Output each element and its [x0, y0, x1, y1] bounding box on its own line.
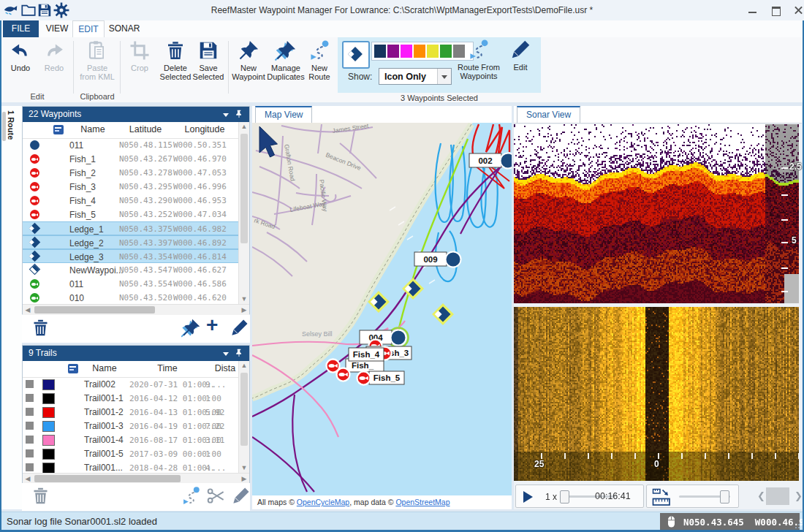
- pin-icon[interactable]: [235, 348, 243, 358]
- chevron-down-icon[interactable]: [223, 352, 229, 356]
- minimize-button[interactable]: [742, 4, 764, 16]
- waypoints-panel-header[interactable]: 22 Waypoints: [23, 107, 249, 122]
- trails-panel-header[interactable]: 9 Trails: [23, 346, 249, 361]
- trail-row[interactable]: Trail001-12016-04-12 01:00:001: [23, 391, 239, 405]
- color-swatch[interactable]: [374, 45, 386, 58]
- waypoint-row[interactable]: 011N050.43.554W000.46.586: [23, 277, 239, 291]
- map-canvas[interactable]: James Street Beacon Drive Grafton Road P…: [252, 123, 512, 495]
- waypoint-row-selected[interactable]: Ledge_2N050.43.397W000.46.892: [23, 235, 239, 249]
- waypoint-row[interactable]: NewWaypoi...N050.43.547W000.46.627: [23, 263, 239, 277]
- chevron-down-icon[interactable]: [223, 113, 229, 117]
- delete-waypoint-icon[interactable]: [31, 318, 50, 338]
- scrollbar-thumb[interactable]: [34, 475, 181, 482]
- trail-row[interactable]: Trail001-22016-04-13 01:00:005.92: [23, 405, 239, 419]
- trail-color-swatch[interactable]: [42, 421, 55, 432]
- delete-trail-icon[interactable]: [31, 486, 50, 506]
- pin-icon[interactable]: [235, 109, 243, 119]
- trail-row[interactable]: Trail001-42016-08-17 01:00:003.11: [23, 433, 239, 446]
- trail-visibility-box[interactable]: [26, 422, 34, 430]
- color-swatch[interactable]: [414, 45, 425, 58]
- trail-visibility-box[interactable]: [26, 394, 34, 402]
- trail-color-swatch[interactable]: [42, 393, 55, 404]
- column-header-distance[interactable]: Dista: [211, 363, 239, 373]
- waypoint-row[interactable]: Fish_1N050.43.267W000.46.970: [23, 152, 239, 166]
- opencyclemap-link[interactable]: OpenCycleMap: [297, 498, 349, 506]
- tab-file[interactable]: FILE: [3, 20, 39, 37]
- route-side-tab[interactable]: 1 Route: [0, 106, 22, 509]
- trail-color-swatch[interactable]: [42, 407, 55, 418]
- pin-waypoint-icon[interactable]: [181, 318, 201, 338]
- show-mode-dropdown[interactable]: Icon Only: [379, 68, 452, 85]
- color-swatch[interactable]: [427, 45, 439, 58]
- color-swatch[interactable]: [401, 45, 412, 58]
- scrollbar-thumb[interactable]: [240, 134, 248, 243]
- edit-waypoint-pencil-icon[interactable]: [230, 318, 249, 338]
- undo-button[interactable]: Undo: [6, 39, 35, 72]
- dropdown-arrow-button[interactable]: [437, 69, 451, 84]
- tab-sonar[interactable]: SONAR: [105, 20, 144, 37]
- tab-map-view[interactable]: Map View: [255, 106, 312, 123]
- trails-vertical-scrollbar[interactable]: ▲▼: [238, 361, 249, 473]
- color-swatch[interactable]: [440, 45, 452, 58]
- sonar-2d-canvas[interactable]: [514, 124, 799, 303]
- waypoint-row[interactable]: Fish_2N050.43.278W000.47.053: [23, 166, 239, 180]
- sonar-sidescan-canvas[interactable]: [514, 307, 799, 481]
- waypoint-row[interactable]: 010N050.43.520W000.46.620: [23, 291, 239, 305]
- trail-color-swatch[interactable]: [42, 435, 55, 446]
- openstreetmap-link[interactable]: OpenStreetMap: [395, 498, 450, 506]
- tab-edit[interactable]: EDIT: [72, 20, 105, 37]
- map-waypoint-002[interactable]: 002: [469, 153, 512, 169]
- scroll-right-arrow[interactable]: ❯: [794, 490, 803, 501]
- column-header-time[interactable]: Time: [132, 363, 202, 373]
- map-waypoint-004[interactable]: 004: [360, 328, 409, 348]
- maximize-button[interactable]: [765, 4, 787, 16]
- range-slider[interactable]: [679, 495, 730, 498]
- slider-thumb[interactable]: [560, 490, 569, 503]
- trail-row[interactable]: Trail001-32016-04-19 01:00:007.22: [23, 419, 239, 433]
- trail-visibility-box[interactable]: [26, 380, 34, 388]
- trail-visibility-box[interactable]: [26, 436, 34, 444]
- save-selected-button[interactable]: Save Selected: [190, 39, 227, 81]
- tab-sonar-view[interactable]: Sonar View: [517, 106, 580, 123]
- waypoint-row[interactable]: 011N050.48.115W000.50.351: [23, 138, 239, 152]
- color-swatch[interactable]: [387, 45, 399, 58]
- delete-selected-button[interactable]: Delete Selected: [156, 39, 194, 81]
- map-waypoint-009[interactable]: 009: [414, 252, 461, 267]
- play-button[interactable]: [523, 491, 533, 503]
- column-header-name[interactable]: Name: [84, 363, 125, 373]
- waypoint-row[interactable]: Fish_3N050.43.295W000.46.996: [23, 180, 239, 194]
- sonar-sidescan-view[interactable]: 25 0: [514, 307, 799, 481]
- column-header-latitude[interactable]: Latitude: [119, 124, 172, 134]
- route-from-waypoints-button[interactable]: Route From Waypoints: [455, 39, 503, 80]
- trail-color-swatch[interactable]: [42, 449, 55, 460]
- waypoint-row[interactable]: Fish_5N050.43.252W000.47.034: [23, 208, 239, 221]
- trail-symbol-column-icon[interactable]: [68, 364, 78, 373]
- waypoints-vertical-scrollbar[interactable]: ▲▼: [238, 122, 249, 304]
- trail-color-swatch[interactable]: [42, 463, 55, 474]
- trail-row[interactable]: Trail001-52017-03-09 00:00:001: [23, 446, 239, 460]
- trail-visibility-box[interactable]: [26, 463, 34, 471]
- trail-row[interactable]: Trail0022020-07-31 01:00:...9.: [23, 377, 239, 391]
- trails-horizontal-scrollbar[interactable]: ◀▶: [23, 473, 249, 484]
- edit-waypoint-button[interactable]: Edit: [506, 39, 535, 72]
- waypoint-symbol-column-icon[interactable]: [53, 125, 64, 134]
- column-header-longitude[interactable]: Longitude: [175, 124, 235, 134]
- tab-view[interactable]: VIEW: [42, 20, 72, 37]
- scrollbar-thumb[interactable]: [34, 306, 155, 314]
- sonar-scrollbar-thumb[interactable]: [766, 487, 789, 505]
- waypoint-row[interactable]: Fish_4N050.43.290W000.46.953: [23, 194, 239, 208]
- trail-visibility-box[interactable]: [26, 408, 34, 416]
- new-route-button[interactable]: New Route: [303, 39, 335, 81]
- waypoint-row-selected[interactable]: Ledge_1N050.43.375W000.46.982: [23, 221, 239, 235]
- edit-trail-pencil-icon[interactable]: [231, 486, 251, 506]
- trail-to-route-icon[interactable]: [181, 486, 201, 506]
- scroll-left-arrow[interactable]: ❮: [757, 490, 765, 501]
- trail-visibility-box[interactable]: [26, 449, 34, 457]
- scrollbar-thumb[interactable]: [240, 373, 248, 446]
- column-header-name[interactable]: Name: [69, 124, 116, 134]
- waypoint-row-selected[interactable]: Ledge_3N050.43.354W000.46.814: [23, 249, 239, 263]
- new-waypoint-button[interactable]: New Waypoint: [230, 39, 268, 81]
- sonar-2d-view[interactable]: 2.5 5: [514, 124, 799, 303]
- trail-color-swatch[interactable]: [42, 379, 55, 390]
- manage-duplicates-button[interactable]: Manage Duplicates: [265, 39, 307, 81]
